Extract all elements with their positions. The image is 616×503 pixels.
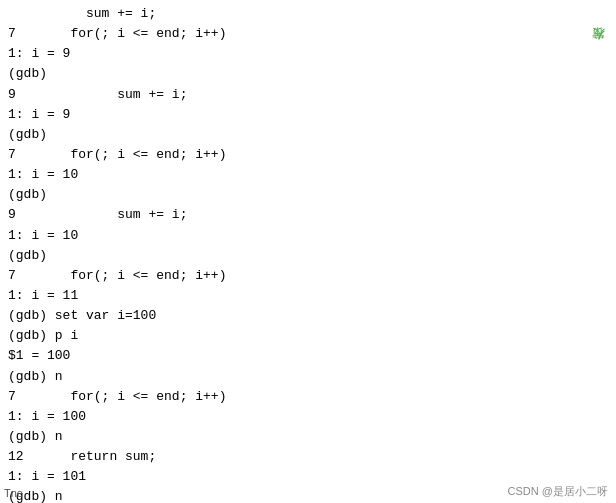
code-line: 1: i = 9 <box>8 105 608 125</box>
code-line: 9 sum += i; <box>8 205 608 225</box>
code-line: (gdb) <box>8 64 608 84</box>
code-line: 1: i = 11 <box>8 286 608 306</box>
code-line: (gdb) <box>8 246 608 266</box>
code-line: (gdb) <box>8 185 608 205</box>
code-line: 7 for(; i <= end; i++) <box>8 24 608 44</box>
code-line: 12 return sum; <box>8 447 608 467</box>
code-line: (gdb) p i <box>8 326 608 346</box>
code-line: 1: i = 10 <box>8 226 608 246</box>
code-line: 1: i = 100 <box>8 407 608 427</box>
code-line: (gdb) n <box>8 367 608 387</box>
code-line: (gdb) <box>8 125 608 145</box>
code-line: 7 for(; i <= end; i++) <box>8 387 608 407</box>
code-line: 1: i = 9 <box>8 44 608 64</box>
code-line: sum += i; <box>8 4 608 24</box>
code-line: 1: i = 10 <box>8 165 608 185</box>
code-line: 7 for(; i <= end; i++) <box>8 145 608 165</box>
code-line: 7 for(; i <= end; i++) <box>8 266 608 286</box>
bottom-left-text: Tne <box>4 487 23 499</box>
code-line: (gdb) n <box>8 427 608 447</box>
code-line: $1 = 100 <box>8 346 608 366</box>
code-line: (gdb) set var i=100 <box>8 306 608 326</box>
watermark: CSDN @是居小二呀 <box>508 484 608 499</box>
code-terminal: sum += i;7 for(; i <= end; i++)1: i = 9(… <box>0 0 616 503</box>
code-line: 9 sum += i; <box>8 85 608 105</box>
